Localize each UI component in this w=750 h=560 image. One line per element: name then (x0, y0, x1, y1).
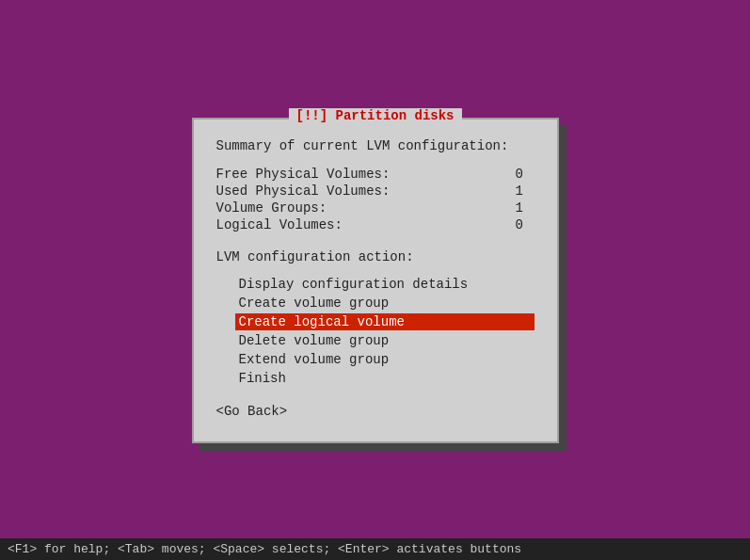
dialog: [!!] Partition disks Summary of current … (192, 118, 559, 443)
stat-free-pv-value: 0 (516, 167, 535, 182)
go-back-button[interactable]: <Go Back> (216, 404, 535, 419)
stat-lv-label: Logical Volumes: (216, 217, 405, 232)
dialog-title: [!!] Partition disks (295, 108, 454, 123)
stat-vg-label: Volume Groups: (216, 200, 405, 216)
status-bar: <F1> for help; <Tab> moves; <Space> sele… (0, 538, 750, 560)
dialog-title-bar: [!!] Partition disks (288, 108, 461, 123)
stat-free-pv: Free Physical Volumes: 0 (216, 167, 535, 182)
menu-item-create-vg[interactable]: Create volume group (235, 295, 535, 312)
stats-table: Free Physical Volumes: 0 Used Physical V… (216, 167, 535, 232)
menu-item-create-lv[interactable]: Create logical volume (235, 313, 535, 330)
menu-item-display[interactable]: Display configuration details (235, 276, 535, 293)
stat-used-pv-value: 1 (516, 184, 535, 199)
action-header: LVM configuration action: (216, 249, 535, 264)
stat-used-pv: Used Physical Volumes: 1 (216, 184, 535, 199)
summary-header: Summary of current LVM configuration: (216, 138, 535, 153)
menu-items: Display configuration details Create vol… (235, 276, 535, 387)
dialog-wrapper: [!!] Partition disks Summary of current … (192, 118, 559, 443)
stat-lv-value: 0 (516, 217, 535, 232)
stat-free-pv-label: Free Physical Volumes: (216, 167, 405, 182)
stat-vg-value: 1 (516, 200, 535, 216)
stat-vg: Volume Groups: 1 (216, 200, 535, 216)
stat-lv: Logical Volumes: 0 (216, 217, 535, 232)
stat-used-pv-label: Used Physical Volumes: (216, 184, 405, 199)
menu-item-delete-vg[interactable]: Delete volume group (235, 332, 535, 349)
menu-item-finish[interactable]: Finish (235, 370, 535, 387)
status-bar-text: <F1> for help; <Tab> moves; <Space> sele… (8, 542, 521, 556)
menu-item-extend-vg[interactable]: Extend volume group (235, 351, 535, 368)
